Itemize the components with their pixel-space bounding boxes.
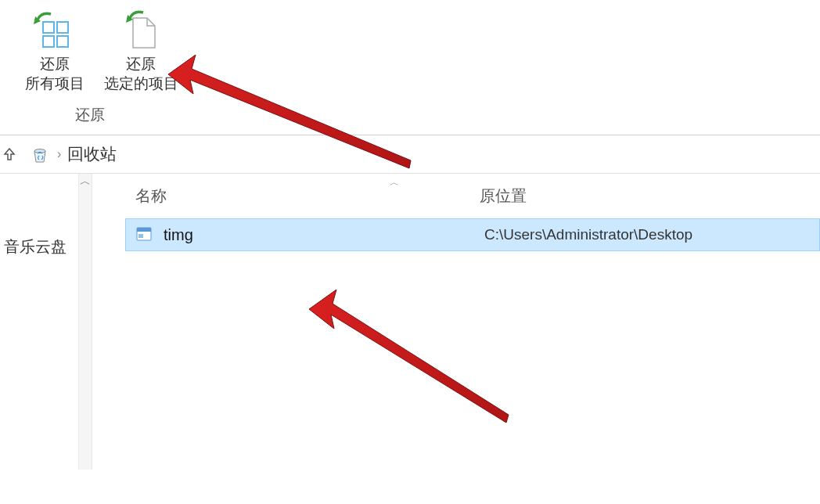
file-icon	[135, 225, 154, 244]
sort-indicator-icon[interactable]: ︿	[390, 176, 399, 189]
restore-all-button[interactable]: 还原 所有项目	[16, 4, 94, 97]
restore-all-label: 还原 所有项目	[25, 55, 85, 93]
scrollbar-up-icon: ︿	[79, 174, 92, 189]
svg-rect-8	[137, 228, 151, 232]
ribbon-group-label: 还原	[0, 97, 180, 135]
column-header-name[interactable]: 名称	[135, 185, 480, 207]
file-row[interactable]: timg C:\Users\Administrator\Desktop	[125, 218, 820, 251]
restore-all-icon	[31, 8, 78, 51]
up-arrow-button[interactable]	[0, 145, 19, 164]
restore-selected-label: 还原 选定的项目	[104, 55, 178, 93]
restore-selected-icon	[117, 8, 164, 51]
file-location: C:\Users\Administrator\Desktop	[484, 226, 692, 243]
column-headers: ︿ 名称 原位置	[92, 174, 820, 218]
breadcrumb: › 回收站	[0, 135, 820, 174]
svg-rect-1	[57, 22, 68, 33]
breadcrumb-location[interactable]: 回收站	[67, 143, 117, 165]
svg-rect-3	[57, 36, 68, 47]
sidebar-item-music-cloud[interactable]: 音乐云盘	[0, 232, 78, 261]
restore-selected-button[interactable]: 还原 选定的项目	[102, 4, 180, 97]
file-name: timg	[164, 226, 484, 244]
breadcrumb-separator: ›	[57, 147, 61, 161]
svg-rect-2	[43, 36, 54, 47]
sidebar: 音乐云盘	[0, 174, 78, 470]
recycle-bin-icon	[29, 143, 51, 165]
ribbon-toolbar: 还原 所有项目 还原 选定的项目 还原	[0, 0, 820, 135]
svg-rect-0	[43, 22, 54, 33]
file-list-panel: ︿ 名称 原位置 timg C:\Users\Administrator\Des…	[92, 174, 820, 470]
scrollbar[interactable]: ︿	[78, 174, 92, 470]
column-header-location[interactable]: 原位置	[480, 185, 820, 207]
svg-rect-9	[138, 234, 143, 238]
